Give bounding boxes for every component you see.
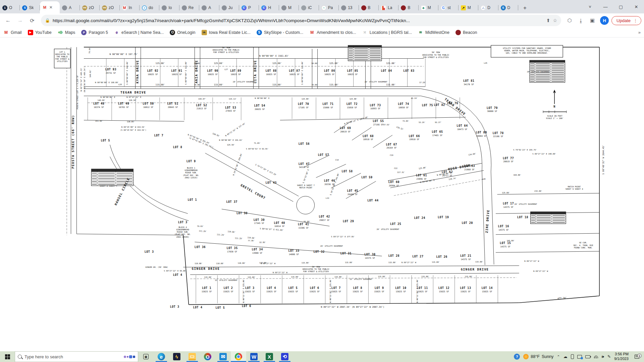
minimize-button[interactable]: — <box>598 0 613 13</box>
dimension-label: 15' UTILITY EASEMENT <box>215 279 237 281</box>
bookmark-label: OneLogin <box>177 30 195 35</box>
plat-map-document[interactable]: 50' ROWDEDICATED TO THE PUBLICFOR STREET… <box>0 38 644 351</box>
tab-25[interactable]: SD <box>498 2 518 13</box>
bookmark-amendment-to-clos[interactable]: MAmendment to clos... <box>309 30 356 35</box>
lot-12-area: 15825 SF <box>439 290 449 293</box>
chrome-update-button[interactable]: Update ⋮ <box>611 16 641 25</box>
lot-52-area: 21813 SF <box>197 107 207 110</box>
excel-icon: X <box>266 353 273 360</box>
tab-22[interactable]: Gst <box>438 2 458 13</box>
bookmark-beacon[interactable]: Beacon <box>455 30 477 35</box>
onedrive-cloud-icon[interactable]: ☁ <box>564 354 568 359</box>
tab-8[interactable]: Io <box>159 2 179 13</box>
lot-68-area: 18918 SF <box>363 138 373 140</box>
taskbar-app-chrome[interactable] <box>231 351 246 362</box>
tab-close-icon[interactable]: ✕ <box>49 5 53 10</box>
taskbar-app-edge[interactable]: e <box>154 351 169 362</box>
address-bar[interactable]: 🔒 https://mail.google.com/mail/u/0/?zx=x… <box>41 15 561 26</box>
back-button[interactable]: ← <box>3 15 13 26</box>
update-menu-icon[interactable]: ⋮ <box>633 18 638 23</box>
tab-10[interactable]: A <box>199 2 219 13</box>
tab-12[interactable]: CP <box>239 2 259 13</box>
dimension-label: 43.19' <box>411 97 418 99</box>
tab-13[interactable]: CH <box>259 2 279 13</box>
taskbar-app-excel[interactable]: X <box>262 351 277 362</box>
extensions-icon[interactable]: ⬡ <box>565 15 575 25</box>
side-panel-icon[interactable]: ▣ <box>587 15 597 25</box>
tab-3[interactable]: A <box>60 2 79 13</box>
weather-widget[interactable]: 88°F Sunny <box>523 354 553 359</box>
taskbar-app-task-view[interactable]: ▥ <box>138 351 154 362</box>
tab-17[interactable]: 13 <box>339 2 359 13</box>
lot-4-area: 15825 SF <box>266 290 276 293</box>
close-button[interactable]: ✕ <box>629 0 644 13</box>
get-help-icon[interactable]: ? <box>514 354 520 360</box>
profile-avatar[interactable]: H <box>600 16 609 25</box>
tab-7[interactable]: ddo <box>140 2 159 13</box>
reload-button[interactable]: ⟳ <box>27 15 38 26</box>
maximize-button[interactable]: ▢ <box>613 0 629 13</box>
tab-14[interactable]: M <box>279 2 299 13</box>
globe-favicon-icon <box>62 5 67 10</box>
lot-34-label: LOT 34 <box>252 248 263 251</box>
display-icon[interactable] <box>577 355 582 359</box>
lot-84-label: LOT 84 <box>381 69 392 72</box>
lot-4-label: LOT 4 <box>267 286 276 290</box>
taskbar-app-mail[interactable]: ✉ <box>215 351 231 362</box>
tab-5[interactable]: ONEzO <box>100 2 119 13</box>
lot-30-area: 14375 SF <box>365 257 375 259</box>
tab-1[interactable]: SSk <box>20 2 40 13</box>
tab-0[interactable]: 1O <box>0 2 20 13</box>
tab-24[interactable]: ∴D <box>478 2 498 13</box>
bookmark-youtube[interactable]: ▶YouTube <box>28 30 52 35</box>
tab-search-chevron-icon[interactable]: ˅ <box>582 0 598 13</box>
tab-21[interactable]: ♣M <box>419 2 438 13</box>
tab-9[interactable]: Re <box>179 2 199 13</box>
bookmark-gmail[interactable]: MGmail <box>3 30 22 35</box>
lot-75-label: LOT 75 <box>422 104 433 107</box>
taskbar-search-input[interactable]: Type here to search <box>15 351 138 362</box>
bookmark-maps[interactable]: ⬲Maps <box>58 30 75 35</box>
clock-widget[interactable]: 3:56 PM 9/1/2023 <box>614 352 629 361</box>
bookmark-skyslope-custom[interactable]: SSkySlope - Custom... <box>257 30 303 35</box>
taskbar-app-sync-app[interactable]: ⟲ <box>277 351 292 362</box>
tab-20[interactable]: B <box>398 2 418 13</box>
forward-button[interactable]: → <box>15 15 25 26</box>
tab-15[interactable]: iC <box>299 2 319 13</box>
bookmark-midwestone[interactable]: ≋MidWestOne <box>418 30 449 35</box>
lock-icon[interactable]: 🔒 <box>45 18 50 23</box>
bookmark-paragon-5[interactable]: PParagon 5 <box>81 30 108 35</box>
tray-chevron-icon[interactable]: ⌃ <box>557 355 560 359</box>
bookmark-locations-bgrs-tal[interactable]: ⁙Locations | BGRS tal... <box>362 30 412 35</box>
tab-19[interactable]: ▙La <box>379 2 398 13</box>
new-tab-button[interactable]: + <box>520 3 530 13</box>
search-daily-image[interactable] <box>124 355 135 358</box>
tab-4[interactable]: ONEzO <box>80 2 100 13</box>
volume-icon[interactable]: 🕪 <box>602 354 604 359</box>
pen-icon[interactable]: ✎ <box>607 354 611 359</box>
taskbar-app-word[interactable]: W <box>246 351 262 362</box>
bookmark-star-icon[interactable]: ☆ <box>553 18 557 23</box>
battery-icon[interactable] <box>585 355 590 358</box>
notification-center-icon[interactable]: 1 <box>632 355 642 359</box>
phone-link-icon[interactable] <box>571 354 574 359</box>
url-text[interactable]: https://mail.google.com/mail/u/0/?zx=xg2… <box>53 18 544 23</box>
bookmark-iowa-real-estate-lic[interactable]: IAIowa Real Estate Lic... <box>202 30 251 35</box>
taskbar-app-office[interactable]: O <box>200 351 215 362</box>
bookmarks-overflow-chevron[interactable]: » <box>638 30 641 35</box>
street-label: GINGER DRIVE <box>192 267 220 270</box>
bookmark-esearch-name-sea[interactable]: eeSearch | Name Sea... <box>114 30 164 35</box>
tab-11[interactable]: Ju <box>219 2 239 13</box>
bookmark-onelogin[interactable]: OOneLogin <box>170 30 195 35</box>
wifi-icon[interactable] <box>594 355 598 358</box>
tab-23[interactable]: ↗M <box>459 2 478 13</box>
share-icon[interactable]: ⬆ <box>546 18 550 23</box>
tab-18[interactable]: B <box>359 2 379 13</box>
taskbar-app-file-explorer[interactable]: ▭ <box>184 351 200 362</box>
tab-6[interactable]: MIn <box>120 2 140 13</box>
start-button[interactable] <box>0 351 15 362</box>
downloads-icon[interactable]: ⭳ <box>576 15 586 25</box>
tab-16[interactable]: ∩Pa <box>319 2 339 13</box>
tab-active-gmail[interactable]: M✕ <box>40 1 60 13</box>
taskbar-app-teams-dark[interactable]: ϟ <box>169 351 184 362</box>
